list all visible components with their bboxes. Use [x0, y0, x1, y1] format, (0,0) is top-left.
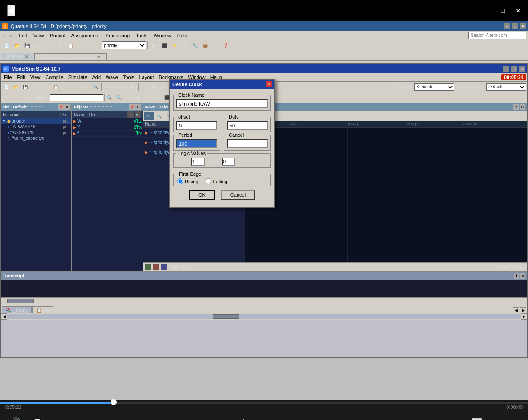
q-menu-processing[interactable]: Processing [103, 32, 132, 39]
pen-button[interactable]: ✎ [453, 418, 461, 420]
msim-tb-step[interactable]: ↷ [140, 83, 149, 91]
tb-new[interactable]: 📄 [2, 41, 12, 50]
tb-help-tb[interactable]: ❓ [221, 41, 230, 50]
quartus-tab-source[interactable]: priority.v ✕ [1, 53, 34, 60]
instance-close[interactable]: ✕ [64, 104, 70, 110]
msim-tb2-zoom-out[interactable]: 🔍- [115, 94, 124, 102]
dialog-close-btn[interactable]: ✕ [266, 81, 272, 87]
scrollbar-thumb-2[interactable] [213, 314, 239, 319]
q-menu-edit[interactable]: Edit [16, 32, 30, 39]
msim-tb2-3[interactable]: ≡ [20, 94, 29, 102]
quartus-tab-report[interactable]: Compilation Report - priority ✕ [34, 53, 107, 60]
tb-fitter[interactable]: 🔧 [190, 41, 200, 50]
duty-input[interactable] [227, 121, 268, 130]
tb-compile[interactable]: ▶ [149, 41, 159, 50]
msim-tb-open[interactable]: 📂 [11, 83, 20, 91]
msim-menu-add[interactable]: Add [90, 74, 103, 80]
quartus-close[interactable]: ✕ [520, 23, 526, 29]
scroll-left-btn[interactable]: ◀ [1, 313, 7, 320]
falling-radio-label[interactable]: Falling [206, 178, 227, 184]
msim-tb-time-up[interactable]: ▲ [119, 83, 127, 91]
wave-close[interactable]: ✕ [520, 104, 525, 110]
msim-tb2-zoom-fit[interactable]: ⤢ [125, 94, 134, 102]
quartus-search[interactable] [468, 32, 526, 39]
screen-button[interactable]: ⬜ [472, 418, 483, 420]
msim-menu-file[interactable]: File [2, 74, 14, 80]
msim-menu-wave[interactable]: Wave [103, 74, 120, 80]
msim-tb-find[interactable]: 🔍 [91, 83, 100, 91]
q-menu-window[interactable]: Window [151, 32, 174, 39]
msim-tb2-1[interactable]: + [2, 94, 11, 102]
tb-save[interactable]: 💾 [22, 41, 32, 50]
objects-close[interactable]: ✕ [135, 104, 141, 110]
tree-item-vsim[interactable]: ◇ #vsim_capacity# [1, 135, 71, 141]
tree-item-priority[interactable]: ▼ ◆ priority pri... [1, 118, 71, 124]
msim-tb2-2[interactable]: − [11, 94, 20, 102]
msim-menu-layout[interactable]: Layout [137, 74, 156, 80]
msim-tb-paste[interactable]: 📋 [51, 83, 60, 91]
progress-thumb[interactable] [111, 399, 117, 405]
tb-print[interactable]: 🖨 [32, 41, 42, 50]
column-layout-dropdown[interactable]: Default [486, 83, 526, 91]
msim-tb-break[interactable]: ⏸ [149, 83, 158, 91]
scrollbar-track[interactable] [7, 314, 521, 319]
msim-tb2-wave2[interactable]: ▬ [153, 94, 162, 102]
instance-pin[interactable]: 📌 [58, 104, 64, 110]
quartus-minimize[interactable]: ─ [504, 23, 510, 29]
tree-item-assign5[interactable]: ♦ #ASSIGN#5 pri... [1, 130, 71, 135]
wave-tb-zoom-in[interactable]: 🔍 [155, 112, 163, 120]
msim-tb-save[interactable]: 💾 [20, 83, 29, 91]
tb-copy[interactable]: ⎘ [56, 41, 65, 50]
msim-tb-redo[interactable]: ↪ [70, 83, 79, 91]
h-scrollbar[interactable] [1, 297, 527, 304]
rising-radio-label[interactable]: Rising [177, 178, 198, 184]
chat-button[interactable]: 💬 [32, 418, 43, 420]
period-input[interactable] [176, 139, 217, 148]
q-menu-view[interactable]: View [31, 32, 47, 39]
close-button[interactable]: ✕ [516, 7, 521, 14]
tb-synthesize[interactable]: ⚙ [180, 41, 190, 50]
clock-name-input[interactable] [176, 99, 268, 108]
objects-col-btn2[interactable]: ► [135, 111, 141, 118]
tab-scroll-right[interactable]: ▶ [520, 307, 526, 313]
msim-tb-time-dn[interactable]: ▼ [128, 83, 137, 91]
tb-paste[interactable]: 📋 [66, 41, 75, 50]
msim-tb-cut[interactable]: ✂ [32, 83, 41, 91]
msim-menu-simulate[interactable]: Simulate [66, 74, 90, 80]
volume-button[interactable]: 🔊 [9, 417, 21, 420]
q-menu-project[interactable]: Project [47, 32, 67, 39]
msim-tb-restart[interactable]: ↺ [159, 83, 167, 91]
offset-input[interactable] [176, 121, 217, 130]
progress-bar[interactable] [0, 402, 528, 404]
h-scrollbar-thumb[interactable] [7, 299, 34, 303]
low-input[interactable] [222, 158, 235, 166]
msim-tb-new[interactable]: 📄 [2, 83, 11, 91]
msim-menu-view[interactable]: View [28, 74, 43, 80]
layout-dropdown[interactable]: Simulate [414, 83, 454, 91]
falling-radio[interactable] [206, 178, 211, 184]
cancel-button[interactable]: Cancel [221, 190, 255, 200]
play-button[interactable]: ▶ [243, 416, 253, 420]
q-menu-assignments[interactable]: Assignments [69, 32, 102, 39]
tb-cut[interactable]: ✂ [45, 41, 55, 50]
q-menu-file[interactable]: File [2, 32, 15, 39]
msim-tb-undo[interactable]: ↩ [60, 83, 69, 91]
obj-row-y[interactable]: ▶ Y 2'hx [72, 124, 143, 131]
msim-search-input[interactable] [50, 94, 103, 101]
msim-maximize[interactable]: □ [511, 66, 517, 72]
msim-close[interactable]: ✕ [519, 66, 525, 72]
quartus-entity-dropdown[interactable]: priority [102, 41, 146, 49]
q-menu-tools[interactable]: Tools [133, 32, 150, 39]
ok-button[interactable]: OK [189, 190, 215, 200]
msim-menu-compile[interactable]: Compile [43, 74, 65, 80]
msim-tb2-zoom-in[interactable]: 🔍+ [106, 94, 115, 102]
transcript-close[interactable]: ✕ [520, 273, 525, 279]
back-button[interactable]: ◀ [7, 5, 15, 16]
msim-tb-copy[interactable]: ⎘ [42, 83, 51, 91]
msim-tb2-zoom-sel[interactable]: ▣ [134, 94, 143, 102]
rising-radio[interactable] [177, 178, 183, 184]
objects-pin[interactable]: 📌 [129, 104, 135, 110]
tb-stop[interactable]: ⬛ [159, 41, 169, 50]
msim-minimize[interactable]: ─ [503, 66, 509, 72]
tb-timing[interactable]: ⏱ [210, 41, 220, 50]
